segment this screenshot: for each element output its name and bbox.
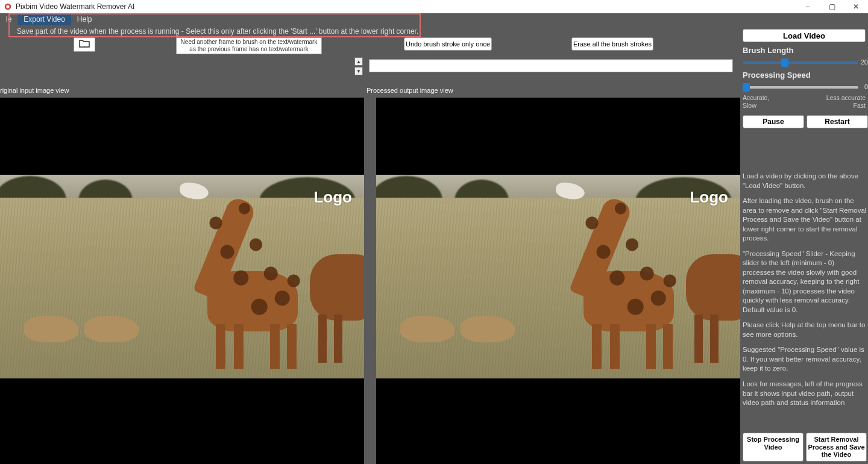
watermark-logo-text: Logo (690, 188, 728, 207)
erase-brush-button[interactable]: Erase all the brush strokes (571, 37, 653, 51)
brush-length-label: Brush Length (743, 46, 868, 55)
view-labels: riginal input image view Processed outpu… (0, 87, 740, 98)
menu-tooltip: Save part of the video when the process … (0, 25, 868, 37)
processing-speed-thumb[interactable] (743, 83, 750, 92)
undo-brush-button[interactable]: Undo brush stroke only once (404, 37, 492, 51)
instructions-p2: After loading the video, brush on the ar… (743, 196, 867, 243)
speed-hint-left-a: Accurate, (743, 94, 769, 101)
window-close-button[interactable]: ✕ (844, 0, 868, 13)
processing-speed-slider[interactable]: 0 (743, 82, 868, 93)
instructions-p4: Please click Help at the top menu bar to… (743, 321, 867, 339)
instructions-p5: Suggested "Processing Speed" value is 0.… (743, 345, 867, 374)
brush-length-thumb[interactable] (781, 58, 788, 67)
window-minimize-button[interactable]: – (796, 0, 820, 13)
speed-hint-right-b: Fast (854, 102, 866, 109)
start-removal-button[interactable]: Start Removal Process and Save the Video (806, 433, 867, 462)
menu-export-video[interactable]: Export Video (17, 13, 71, 25)
instructions-p3: "Processing Speed" Slider - Keeping slid… (743, 249, 867, 315)
menu-file[interactable]: le (0, 13, 17, 25)
frame-up-button[interactable]: ▲ (354, 57, 363, 66)
app-logo-icon (4, 2, 12, 11)
window-maximize-button[interactable]: ▢ (820, 0, 844, 13)
top-toolbar: Need another frame to brush on the text/… (0, 37, 868, 59)
processed-view-label: Processed output image view (366, 87, 453, 94)
processing-speed-hints: Accurate, Slow Less accurate Fast (743, 94, 866, 109)
brush-length-slider[interactable]: 20 (743, 57, 868, 68)
original-view-label: riginal input image view (0, 87, 69, 94)
side-panel: Load Video Brush Length 20 Processing Sp… (740, 27, 868, 464)
restart-button[interactable]: Restart (807, 115, 868, 128)
menubar: le Export Video Help (0, 13, 868, 25)
processing-speed-max: 0 (864, 83, 868, 90)
path-input[interactable] (369, 59, 733, 72)
processing-speed-label: Processing Speed (743, 71, 868, 80)
window-title: Pixbim Video Watermark Remover AI (16, 2, 134, 11)
instructions-p1: Load a video by clicking on the above "L… (743, 172, 867, 190)
menu-help[interactable]: Help (71, 13, 98, 25)
frame-down-button[interactable]: ▼ (354, 67, 363, 75)
need-another-frame-button[interactable]: Need another frame to brush on the text/… (176, 37, 322, 54)
frame-stepper: ▲ ▼ (354, 57, 364, 77)
processed-canvas[interactable]: Logo (376, 98, 740, 464)
stop-processing-button[interactable]: Stop Processing Video (743, 433, 804, 462)
load-video-button[interactable]: Load Video (743, 29, 866, 42)
folder-icon (79, 39, 90, 50)
instructions-text: Load a video by clicking on the above "L… (743, 172, 868, 407)
watermark-logo-text: Logo (313, 188, 352, 207)
original-canvas[interactable]: Logo (0, 98, 364, 464)
svg-point-1 (6, 5, 9, 8)
open-folder-button[interactable] (74, 37, 95, 52)
instructions-p6: Look for messages, left of the progress … (743, 380, 867, 408)
speed-hint-right-a: Less accurate (826, 94, 866, 101)
brush-length-max: 20 (861, 58, 868, 66)
canvas-area: Logo Logo (0, 98, 740, 464)
pause-button[interactable]: Pause (743, 115, 804, 128)
speed-hint-left-b: Slow (743, 102, 756, 109)
titlebar: Pixbim Video Watermark Remover AI – ▢ ✕ (0, 0, 868, 13)
